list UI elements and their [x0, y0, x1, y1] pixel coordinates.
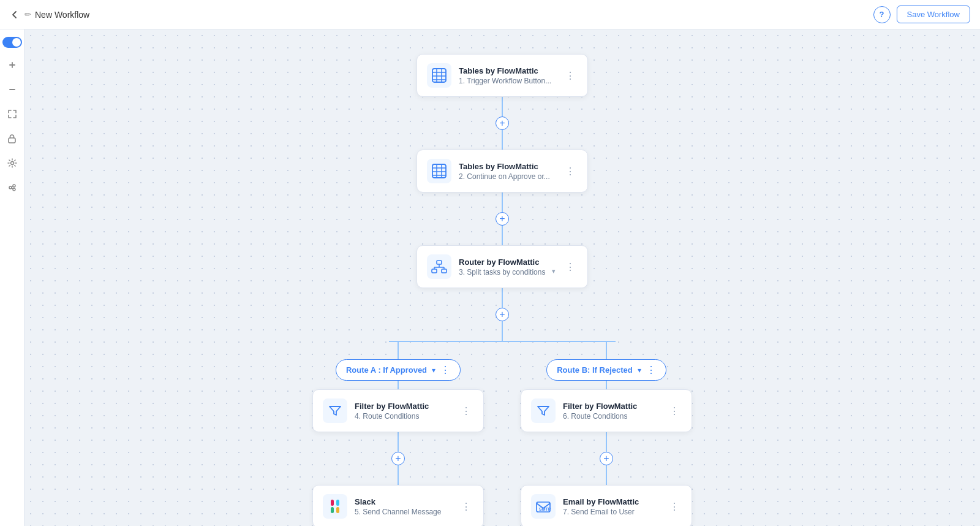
- svg-text:SMTP: SMTP: [539, 507, 551, 511]
- topbar-right: ? Save Workflow: [873, 6, 970, 23]
- node-1-icon: [427, 63, 451, 88]
- route-a-label: Route A : If Approved: [346, 365, 427, 375]
- route-a-menu[interactable]: ⋮: [440, 364, 450, 376]
- node-3-title: Router by FlowMattic: [459, 257, 556, 267]
- node-4-icon: [323, 398, 347, 423]
- node-3-icon: [427, 254, 451, 279]
- svg-rect-23: [432, 269, 437, 273]
- line-1b: [502, 130, 503, 150]
- node-2-content: Tables by FlowMattic 2. Continue on Appr…: [459, 162, 556, 181]
- svg-rect-32: [336, 507, 339, 513]
- line-2b: [502, 226, 503, 245]
- svg-line-8: [12, 186, 13, 188]
- node-2-title: Tables by FlowMattic: [459, 162, 556, 171]
- add-step-a[interactable]: +: [391, 452, 405, 465]
- zoom-out-icon[interactable]: [5, 82, 20, 97]
- node-1-content: Tables by FlowMattic 1. Trigger Workflow…: [459, 66, 556, 85]
- workflow-name: New Workflow: [35, 10, 89, 20]
- node-3-content: Router by FlowMattic 3. Split tasks by c…: [459, 257, 556, 276]
- topbar: ✏ New Workflow ? Save Workflow: [0, 0, 980, 29]
- branch-a-connector-2: +: [391, 432, 405, 485]
- ba-line3: [398, 465, 399, 485]
- route-b-label: Route B: If Rejected: [557, 365, 633, 375]
- connector-1: +: [496, 97, 509, 150]
- route-a-chevron[interactable]: ▾: [432, 366, 435, 375]
- line-2: [502, 192, 503, 212]
- router-chevron[interactable]: ▾: [552, 267, 556, 275]
- branch-a: Route A : If Approved ▾ ⋮: [312, 341, 484, 526]
- branch-b-connector-2: +: [600, 432, 613, 485]
- route-b-chevron[interactable]: ▾: [638, 366, 641, 375]
- branches: Route A : If Approved ▾ ⋮: [288, 341, 717, 526]
- workflow-title: ✏ New Workflow: [24, 10, 89, 20]
- branch-b: Route B: If Rejected ▾ ⋮: [521, 341, 692, 526]
- line-3b: [502, 321, 503, 341]
- canvas: Tables by FlowMattic 1. Trigger Workflow…: [24, 29, 980, 526]
- ba-line2: [398, 432, 399, 452]
- node-4-content: Filter by FlowMattic 4. Route Conditions: [355, 402, 451, 421]
- bb-line3: [606, 465, 607, 485]
- node-2-menu[interactable]: ⋮: [563, 164, 578, 178]
- node-1-menu[interactable]: ⋮: [563, 69, 578, 83]
- node-2-subtitle: 2. Continue on Approve or...: [459, 172, 556, 181]
- fit-view-icon[interactable]: [5, 107, 20, 121]
- node-4-title: Filter by FlowMattic: [355, 402, 451, 411]
- node-3-menu[interactable]: ⋮: [563, 260, 578, 274]
- ba-line1: [398, 381, 399, 389]
- node-7-content: Email by FlowMattic 7. Send Email to Use…: [563, 497, 660, 516]
- svg-rect-31: [331, 507, 334, 513]
- zoom-in-icon[interactable]: [5, 58, 20, 72]
- edit-icon: ✏: [24, 10, 31, 19]
- node-1[interactable]: Tables by FlowMattic 1. Trigger Workflow…: [417, 54, 588, 97]
- node-6-subtitle: 6. Route Conditions: [563, 412, 660, 421]
- route-b-pill[interactable]: Route B: If Rejected ▾ ⋮: [546, 359, 666, 381]
- connector-3: +: [496, 288, 509, 341]
- apps-icon[interactable]: [5, 180, 20, 195]
- settings-icon[interactable]: [5, 156, 20, 170]
- node-5-subtitle: 5. Send Channel Message: [355, 508, 451, 516]
- line-3: [502, 288, 503, 308]
- sidebar-toggle[interactable]: [2, 37, 22, 48]
- node-6-title: Filter by FlowMattic: [563, 402, 660, 411]
- node-4-menu[interactable]: ⋮: [459, 404, 473, 418]
- svg-line-9: [12, 188, 13, 189]
- node-6-menu[interactable]: ⋮: [667, 404, 682, 418]
- node-5-content: Slack 5. Send Channel Message: [355, 497, 451, 516]
- svg-rect-22: [437, 261, 442, 264]
- add-step-3[interactable]: +: [496, 308, 509, 321]
- lock-icon[interactable]: [5, 131, 20, 146]
- back-button[interactable]: [10, 10, 20, 20]
- route-a-pill[interactable]: Route A : If Approved ▾ ⋮: [336, 359, 461, 381]
- help-button[interactable]: ?: [873, 6, 891, 23]
- node-7-menu[interactable]: ⋮: [667, 500, 682, 514]
- save-workflow-button[interactable]: Save Workflow: [897, 6, 970, 23]
- node-1-title: Tables by FlowMattic: [459, 66, 556, 75]
- node-6-filter[interactable]: Filter by FlowMattic 6. Route Conditions…: [521, 389, 692, 432]
- node-5-menu[interactable]: ⋮: [459, 500, 473, 514]
- node-5-slack[interactable]: Slack 5. Send Channel Message ⋮: [312, 485, 484, 526]
- node-6-icon: [531, 398, 556, 423]
- branch-h-line: [389, 341, 616, 342]
- route-b-menu[interactable]: ⋮: [646, 364, 656, 376]
- node-3-router[interactable]: Router by FlowMattic 3. Split tasks by c…: [417, 245, 588, 288]
- branch-a-connector-1: [398, 381, 399, 389]
- sidebar: [0, 29, 24, 526]
- node-7-email[interactable]: SMTP Email by FlowMattic 7. Send Email t…: [521, 485, 692, 526]
- svg-point-5: [9, 186, 12, 189]
- svg-point-4: [10, 162, 13, 165]
- branch-a-vline-top: [398, 341, 399, 359]
- branch-split: Route A : If Approved ▾ ⋮: [288, 341, 717, 526]
- node-2[interactable]: Tables by FlowMattic 2. Continue on Appr…: [417, 150, 588, 192]
- node-2-icon: [427, 159, 451, 183]
- bb-line2: [606, 432, 607, 452]
- bb-line1: [606, 381, 607, 389]
- add-step-b[interactable]: +: [600, 452, 613, 465]
- svg-rect-29: [331, 500, 334, 506]
- node-7-icon: SMTP: [531, 494, 556, 519]
- node-4-filter[interactable]: Filter by FlowMattic 4. Route Conditions…: [312, 389, 484, 432]
- add-step-1[interactable]: +: [496, 116, 509, 130]
- node-5-icon: [323, 494, 347, 519]
- add-step-2[interactable]: +: [496, 212, 509, 226]
- workflow-container: Tables by FlowMattic 1. Trigger Workflow…: [227, 29, 778, 526]
- branch-b-vline-top: [606, 341, 607, 359]
